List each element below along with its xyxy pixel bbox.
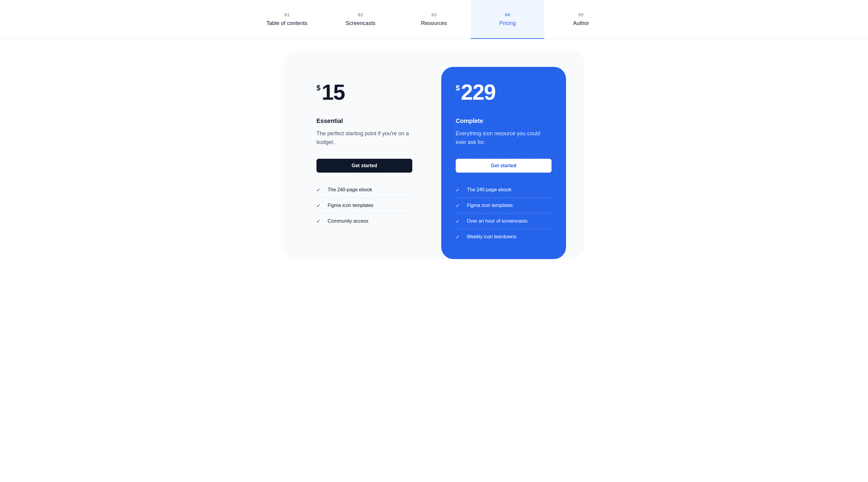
pricing-section: $ 15 Essential The perfect starting poin… [283,51,585,259]
feature-text: Over an hour of screencasts [467,218,527,224]
check-icon: ✓ [456,187,460,193]
feature-item: ✓ Figma icon templates [456,198,552,214]
nav-number: 02 [358,12,363,17]
get-started-button[interactable]: Get started [456,159,552,172]
nav-table-of-contents[interactable]: 01 Table of contents [250,0,324,39]
feature-text: The 240-page ebook [328,187,372,193]
feature-list: ✓ The 240-page ebook ✓ Figma icon templa… [316,182,412,229]
nav-number: 01 [284,12,290,17]
nav-number: 05 [579,12,584,17]
feature-text: Weekly icon teardowns [467,234,516,239]
feature-item: ✓ Over an hour of screencasts [456,214,552,229]
price: $ 15 [316,81,412,103]
plan-description: Everything icon resource you could ever … [456,129,552,147]
nav-label: Pricing [499,20,516,27]
feature-text: The 240-page ebook [467,187,512,193]
section-nav: 01 Table of contents 02 Screencasts 03 R… [0,0,868,39]
nav-screencasts[interactable]: 02 Screencasts [324,0,397,39]
feature-text: Community access [328,218,368,224]
price: $ 229 [456,81,552,103]
get-started-button[interactable]: Get started [316,159,412,172]
nav-label: Author [573,20,589,27]
plan-name: Essential [316,118,412,124]
nav-label: Table of contents [267,20,307,27]
check-icon: ✓ [456,234,460,240]
check-icon: ✓ [456,203,460,208]
check-icon: ✓ [456,218,460,224]
plan-description: The perfect starting point if you're on … [316,129,412,147]
check-icon: ✓ [316,218,320,224]
feature-item: ✓ Weekly icon teardowns [456,229,552,245]
feature-list: ✓ The 240-page ebook ✓ Figma icon templa… [456,182,552,245]
price-amount: 15 [321,81,344,103]
feature-item: ✓ Community access [316,214,412,229]
feature-item: ✓ Figma icon templates [316,198,412,214]
check-icon: ✓ [316,203,320,208]
nav-number: 04 [505,12,510,17]
feature-text: Figma icon templates [467,203,513,208]
check-icon: ✓ [316,187,320,193]
currency-symbol: $ [456,84,460,92]
feature-text: Figma icon templates [328,203,373,208]
nav-label: Resources [421,20,447,27]
plan-name: Complete [456,118,552,124]
price-amount: 229 [461,81,495,103]
feature-item: ✓ The 240-page ebook [316,182,412,198]
nav-author[interactable]: 05 Author [544,0,618,39]
plan-complete: $ 229 Complete Everything icon resource … [441,67,566,259]
currency-symbol: $ [316,84,320,92]
nav-pricing[interactable]: 04 Pricing [471,0,544,39]
nav-label: Screencasts [345,20,375,27]
nav-resources[interactable]: 03 Resources [397,0,471,39]
plan-essential: $ 15 Essential The perfect starting poin… [302,81,427,259]
feature-item: ✓ The 240-page ebook [456,182,552,198]
nav-number: 03 [432,12,437,17]
